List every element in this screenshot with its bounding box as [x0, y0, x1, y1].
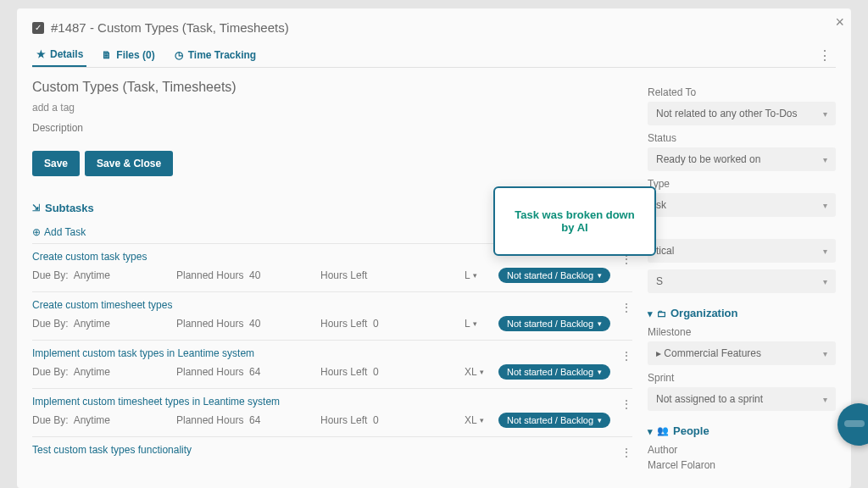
chevron-down-icon: [648, 424, 653, 437]
task-modal: × ✓ #1487 - Custom Types (Task, Timeshee…: [17, 8, 851, 488]
related-select[interactable]: Not related to any other To-Dos▾: [648, 102, 836, 125]
status-pill[interactable]: Not started / Backlog ▾: [498, 413, 610, 428]
chevron-down-icon: ▾: [823, 201, 827, 210]
size-select[interactable]: L ▾: [465, 318, 498, 330]
main-column: Custom Types (Task, Timesheets) add a ta…: [32, 80, 632, 471]
chevron-down-icon: ▾: [473, 319, 477, 328]
star-icon: ★: [36, 49, 46, 59]
size-select[interactable]: S▾: [648, 269, 836, 293]
task-title[interactable]: Custom Types (Task, Timesheets): [32, 80, 632, 95]
sidebar-column: Related To Not related to any other To-D…: [648, 80, 836, 471]
priority-select[interactable]: tical▾: [648, 239, 836, 263]
planned-hours: Planned Hours 40: [176, 318, 320, 330]
size-select[interactable]: L ▾: [465, 269, 498, 281]
tab-label: Details: [50, 48, 83, 60]
subtask-row: ⋮ Implement custom timesheet types in Le…: [32, 388, 632, 436]
status-pill[interactable]: Not started / Backlog ▾: [498, 316, 610, 331]
sitemap-icon: ⇲: [32, 202, 40, 214]
modal-title: #1487 - Custom Types (Task, Timesheets): [51, 20, 289, 35]
hours-left: Hours Left 0: [320, 318, 465, 330]
description-label[interactable]: Description: [32, 122, 632, 134]
sprint-select[interactable]: Not assigned to a sprint▾: [648, 387, 836, 411]
subtask-row: ⋮ Test custom task types functionality: [32, 436, 632, 469]
kebab-menu-icon[interactable]: ⋮: [620, 301, 632, 314]
tab-label: Time Tracking: [188, 49, 256, 61]
subtask-name[interactable]: Create custom timesheet types: [32, 299, 632, 311]
file-icon: 🗎: [102, 50, 112, 60]
plus-icon: ⊕: [32, 226, 41, 238]
ticket-title: Custom Types (Task, Timesheets): [97, 20, 289, 35]
chevron-down-icon: ▾: [823, 349, 827, 358]
organization-heading[interactable]: 🗀 Organization: [648, 307, 836, 319]
toast-message: Task was broken down by AI: [507, 208, 643, 234]
flag-icon: ▸: [656, 347, 661, 359]
milestone-select[interactable]: ▸ Commercial Features ▾: [648, 341, 836, 365]
people-heading[interactable]: 👥 People: [648, 424, 836, 437]
author-label: Author: [648, 444, 836, 456]
chevron-down-icon: ▾: [823, 109, 827, 119]
toast-notification: Task was broken down by AI: [493, 186, 656, 256]
status-pill[interactable]: Not started / Backlog ▾: [498, 268, 610, 283]
subtask-row: ⋮ Create custom timesheet types Due By: …: [32, 291, 632, 340]
close-icon[interactable]: ×: [835, 14, 844, 31]
status-label: Status: [648, 132, 836, 144]
chevron-down-icon: ▾: [598, 319, 602, 328]
kebab-menu-icon[interactable]: ⋮: [813, 47, 836, 64]
chevron-down-icon: ▾: [480, 416, 484, 424]
subtask-row: ⋮ Implement custom task types in Leantim…: [32, 340, 632, 388]
type-select[interactable]: sk▾: [648, 193, 836, 217]
hours-left: Hours Left: [320, 269, 465, 281]
tab-time-tracking[interactable]: ◷ Time Tracking: [170, 44, 259, 66]
tab-bar: ★ Details 🗎 Files (0) ◷ Time Tracking ⋮: [32, 43, 836, 68]
size-select[interactable]: XL ▾: [465, 414, 498, 426]
modal-header: ✓ #1487 - Custom Types (Task, Timesheets…: [32, 17, 836, 43]
author-value: Marcel Folaron: [648, 459, 836, 471]
planned-hours: Planned Hours 64: [176, 414, 320, 426]
hours-left: Hours Left 0: [320, 366, 465, 378]
hours-left: Hours Left 0: [320, 414, 465, 426]
status-pill[interactable]: Not started / Backlog ▾: [498, 364, 610, 380]
kebab-menu-icon[interactable]: ⋮: [620, 446, 632, 459]
chevron-down-icon: ▾: [480, 368, 484, 376]
size-select[interactable]: XL ▾: [465, 366, 498, 378]
due-by: Due By: Anytime: [32, 269, 176, 281]
milestone-label: Milestone: [648, 326, 836, 338]
chevron-down-icon: ▾: [823, 247, 827, 256]
subtask-name[interactable]: Test custom task types functionality: [32, 444, 632, 456]
people-icon: 👥: [657, 425, 669, 436]
clock-icon: ◷: [174, 50, 184, 60]
status-select[interactable]: Ready to be worked on▾: [648, 147, 836, 171]
subtask-list: ⋮ Create custom task types Due By: Anyti…: [32, 243, 632, 469]
tab-details[interactable]: ★ Details: [32, 43, 86, 67]
kebab-menu-icon[interactable]: ⋮: [620, 397, 632, 411]
due-by: Due By: Anytime: [32, 318, 176, 330]
checkbox-icon[interactable]: ✓: [32, 22, 44, 34]
related-label: Related To: [648, 86, 836, 98]
sprint-label: Sprint: [648, 372, 836, 384]
tab-label: Files (0): [116, 49, 154, 61]
tab-files[interactable]: 🗎 Files (0): [98, 44, 158, 66]
due-by: Due By: Anytime: [32, 414, 176, 426]
ticket-id: #1487: [51, 20, 86, 35]
planned-hours: Planned Hours 40: [176, 269, 320, 281]
save-close-button[interactable]: Save & Close: [85, 151, 173, 176]
chevron-down-icon: ▾: [823, 395, 827, 404]
chevron-down-icon: ▾: [823, 277, 827, 286]
planned-hours: Planned Hours 64: [176, 366, 320, 378]
add-tag[interactable]: add a tag: [32, 102, 632, 114]
chevron-down-icon: ▾: [823, 155, 827, 164]
chevron-down-icon: ▾: [598, 271, 602, 280]
subtask-name[interactable]: Implement custom task types in Leantime …: [32, 347, 632, 359]
chevron-down-icon: ▾: [473, 271, 477, 280]
subtask-name[interactable]: Implement custom timesheet types in Lean…: [32, 396, 632, 408]
chevron-down-icon: [648, 307, 653, 319]
due-by: Due By: Anytime: [32, 366, 176, 378]
kebab-menu-icon[interactable]: ⋮: [620, 349, 632, 363]
chevron-down-icon: ▾: [598, 416, 602, 424]
type-label: Type: [648, 178, 836, 190]
folder-icon: 🗀: [657, 308, 666, 319]
priority-label: ty: [648, 224, 836, 236]
chevron-down-icon: ▾: [598, 368, 602, 376]
save-button[interactable]: Save: [32, 151, 80, 176]
